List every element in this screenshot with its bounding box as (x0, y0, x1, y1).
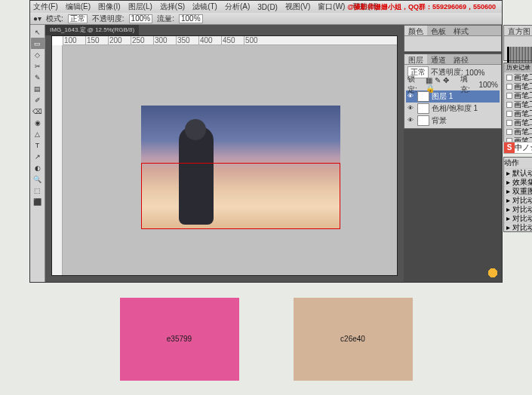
horizontal-ruler: 100150200250300350400450500 (63, 36, 397, 45)
fill-label: 填充: (460, 74, 476, 95)
menu-edit[interactable]: 编辑(E) (66, 2, 91, 12)
panels-dock: 颜色 色板 样式 图层 通道 路径 正常 不透明度 (404, 25, 502, 282)
eyedropper-tool[interactable]: ✎ (31, 72, 45, 83)
color-panel: 颜色 色板 样式 (404, 25, 502, 52)
history-item[interactable]: 画笔工具 (504, 109, 532, 118)
opacity-input[interactable]: 100% (129, 14, 153, 23)
background-color[interactable]: ⬛ (31, 196, 45, 207)
layer-thumbnail[interactable] (417, 91, 429, 102)
visibility-icon[interactable]: 👁 (407, 93, 415, 100)
action-item[interactable]: ▸ 效果集合 (504, 177, 532, 186)
tab-styles[interactable]: 样式 (450, 26, 472, 35)
mascot-icon (484, 265, 502, 280)
action-item[interactable]: ▸ 对比动作 (504, 204, 532, 213)
zoom-tool[interactable]: 🔍 (31, 173, 45, 185)
move-tool[interactable]: ↖ (31, 26, 45, 38)
history-item[interactable]: 画笔工具 (504, 118, 532, 127)
layer-thumbnail[interactable] (417, 103, 429, 114)
path-tool[interactable]: ↗ (31, 151, 45, 162)
layers-panel: 图层 通道 路径 正常 不透明度: 100% 锁定: ▦ ✎ ✥ 🔒 (404, 54, 502, 129)
action-item[interactable]: ▸ 对比动作 (504, 213, 532, 222)
vertical-ruler (52, 45, 63, 275)
blur-tool[interactable]: △ (31, 128, 45, 139)
lasso-tool[interactable]: ◇ (31, 49, 45, 60)
foreground-color[interactable]: ⬚ (31, 185, 45, 196)
history-item[interactable]: 画笔工具 (504, 72, 532, 81)
eraser-tool[interactable]: ⌫ (31, 106, 45, 117)
history-thumb-icon (506, 93, 512, 99)
layer-thumbnail[interactable] (417, 115, 429, 126)
layer-row[interactable]: 👁 色相/饱和度 1 (406, 103, 500, 115)
tab-channels[interactable]: 通道 (427, 54, 450, 64)
mode-label: 模式: (46, 14, 63, 24)
workspace: ↖ ▭ ◇ ✂ ✎ ▤ ✐ ⌫ ◉ △ T ↗ ◐ 🔍 ⬚ ⬛ IMG_1643… (30, 25, 502, 282)
options-bar: ●▾ 模式: 正常 不透明度: 100% 流量: 100% (30, 13, 502, 25)
menu-image[interactable]: 图像(I) (98, 2, 120, 12)
fill-value[interactable]: 100% (478, 81, 498, 89)
color-swatch-pink: e35799 (120, 298, 239, 381)
action-item[interactable]: ▸ 对比动作 (504, 222, 532, 231)
color-swatch-tan: c26e40 (294, 298, 413, 381)
tab-histogram[interactable]: 直方图 (504, 26, 532, 35)
action-item[interactable]: ▸ 默认动作 (504, 168, 532, 177)
tab-swatches[interactable]: 色板 (427, 26, 450, 35)
mode-select[interactable]: 正常 (68, 14, 88, 23)
color-swatches-area: e35799 c26e40 (0, 283, 532, 395)
menu-file[interactable]: 文件(F) (33, 2, 58, 12)
history-thumb-icon (506, 102, 512, 108)
visibility-icon[interactable]: 👁 (407, 105, 415, 112)
history-thumb-icon (506, 120, 512, 126)
action-item[interactable]: ▸ 双重图层 (504, 186, 532, 195)
tab-layers[interactable]: 图层 (404, 54, 427, 64)
menu-select[interactable]: 选择(S) (160, 2, 185, 12)
tool-preset-icon[interactable]: ●▾ (33, 14, 42, 23)
gradient-tool[interactable]: ◉ (31, 117, 45, 128)
menu-view[interactable]: 视图(V) (285, 2, 310, 12)
history-thumb-icon (506, 75, 512, 81)
layer-row[interactable]: 👁 图层 1 (406, 90, 500, 103)
swatch-hex: e35799 (167, 335, 192, 343)
menu-3d[interactable]: 3D(D) (257, 3, 278, 11)
history-thumb-icon (506, 111, 512, 117)
flow-input[interactable]: 100% (179, 14, 203, 23)
swatch-hex: c26e40 (340, 335, 365, 343)
layer-name: 背景 (432, 115, 447, 126)
flow-label: 流量: (157, 14, 174, 24)
photoshop-window: @摄影师姗姗小姐，QQ群：559296069，550600 文件(F) 编辑(E… (29, 0, 503, 283)
layer-row[interactable]: 👁 背景 (406, 115, 500, 127)
crop-tool[interactable]: ✂ (31, 60, 45, 72)
tab-color[interactable]: 颜色 (404, 26, 427, 35)
healing-tool[interactable]: ▤ (31, 83, 45, 94)
history-item[interactable]: 画笔工具 (504, 81, 532, 90)
history-item[interactable]: 画笔工具 (504, 127, 532, 136)
marquee-tool[interactable]: ▭ (31, 38, 45, 49)
canvas-window: 100150200250300350400450500 (51, 35, 398, 276)
action-item[interactable]: ▸ 对比动作 (504, 195, 532, 204)
brush-tool[interactable]: ✐ (31, 94, 45, 106)
ime-bar[interactable]: S 中ノ☆図 (503, 142, 532, 154)
menu-analysis[interactable]: 分析(A) (225, 2, 250, 12)
history-header: 历史记录 (504, 63, 532, 72)
document-tab[interactable]: IMG_1643.定 @ 12.5%(RGB/8) (45, 25, 139, 35)
lock-icons[interactable]: ▦ ✎ ✥ 🔒 (426, 76, 458, 93)
shape-tool[interactable]: ◐ (31, 162, 45, 173)
histogram-panel: 直方图 (503, 25, 532, 61)
canvas[interactable] (63, 45, 397, 275)
rectangular-selection[interactable] (141, 163, 340, 229)
menu-layer[interactable]: 图层(L) (128, 2, 152, 12)
ime-logo-icon: S (504, 142, 515, 153)
history-panel: 历史记录 画笔工具 画笔工具 画笔工具 画笔工具 画笔工具 画笔工具 画笔工具 … (503, 63, 532, 145)
type-tool[interactable]: T (31, 139, 45, 151)
tab-paths[interactable]: 路径 (450, 54, 472, 64)
toolbox: ↖ ▭ ◇ ✂ ✎ ▤ ✐ ⌫ ◉ △ T ↗ ◐ 🔍 ⬚ ⬛ (30, 25, 45, 282)
opacity-label: 不透明度: (92, 14, 125, 24)
history-item[interactable]: 画笔工具 (504, 90, 532, 100)
menu-window[interactable]: 窗口(W) (318, 2, 345, 12)
document-area: IMG_1643.定 @ 12.5%(RGB/8) 10015020025030… (45, 25, 404, 282)
menu-filter[interactable]: 滤镜(T) (192, 2, 217, 12)
visibility-icon[interactable]: 👁 (407, 117, 415, 124)
ime-text: 中ノ☆図 (515, 142, 532, 153)
history-thumb-icon (506, 84, 512, 90)
history-item[interactable]: 画笔工具 (504, 100, 532, 109)
layer-name: 色相/饱和度 1 (432, 103, 478, 114)
